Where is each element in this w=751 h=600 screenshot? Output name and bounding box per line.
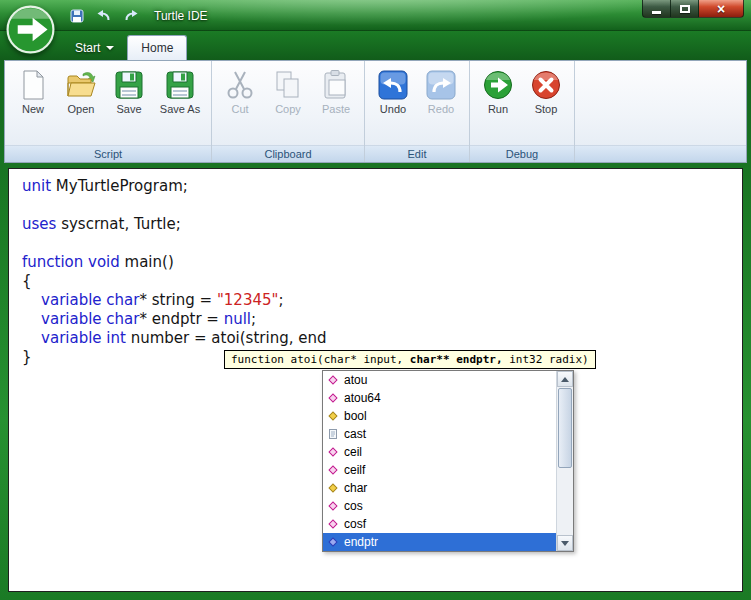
quick-undo-button[interactable] (95, 7, 113, 25)
titlebar: Turtle IDE × (0, 0, 751, 31)
autocomplete-item-ceil[interactable]: ceil (323, 443, 556, 461)
autocomplete-item-cos[interactable]: cos (323, 497, 556, 515)
group-label: Script (5, 145, 211, 162)
redo-icon (425, 69, 457, 101)
code-token-plain: ; (251, 310, 256, 328)
code-line: unit MyTurtleProgram; (22, 177, 742, 196)
button-label: Save As (154, 103, 206, 115)
autocomplete-list: atouatou64boolcastceilceilfcharcoscosfen… (323, 371, 556, 551)
new-button[interactable]: New (10, 66, 56, 117)
maximize-button[interactable] (671, 0, 699, 18)
code-token-keyword: variable char (41, 291, 139, 309)
group-label: Clipboard (212, 145, 364, 162)
redo-button: Redo (418, 66, 464, 117)
signature-tooltip: function atoi(char* input, char** endptr… (224, 350, 596, 369)
triangle-down-icon (561, 541, 569, 546)
autocomplete-item-ceilf[interactable]: ceilf (323, 461, 556, 479)
group-label (575, 145, 746, 162)
button-label: Copy (265, 103, 311, 115)
maximize-icon (680, 5, 690, 13)
app-arrow-icon (6, 5, 55, 54)
autocomplete-item-atou64[interactable]: atou64 (323, 389, 556, 407)
autocomplete-item-label: cos (344, 499, 363, 513)
autocomplete-item-cosf[interactable]: cosf (323, 515, 556, 533)
button-label: New (10, 103, 56, 115)
close-button[interactable]: × (699, 0, 744, 18)
code-token-plain: * string = (139, 291, 216, 309)
code-token-plain: } (22, 348, 32, 366)
app-menu-button[interactable] (6, 5, 55, 54)
function-pink-diamond-icon (327, 392, 339, 404)
copy-button: Copy (265, 66, 311, 117)
code-line: variable char* string = "12345"; (22, 291, 742, 310)
autocomplete-item-endptr[interactable]: endptr (323, 533, 556, 551)
save-as-button[interactable]: Save As (154, 66, 206, 117)
code-line (22, 196, 742, 215)
button-label: Run (475, 103, 521, 115)
autocomplete-item-cast[interactable]: cast (323, 425, 556, 443)
button-label: Cut (217, 103, 263, 115)
window-controls: × (642, 0, 744, 18)
save-button[interactable]: Save (106, 66, 152, 117)
run-icon (482, 69, 514, 101)
function-pink-diamond-icon (327, 446, 339, 458)
tab-start[interactable]: Start (62, 36, 127, 60)
ribbon-group-script: NewOpenSaveSave AsScript (5, 61, 212, 162)
run-button[interactable]: Run (475, 66, 521, 117)
function-pink-diamond-icon (327, 374, 339, 386)
paste-icon (320, 69, 352, 101)
group-label: Edit (365, 145, 469, 162)
open-folder-icon (65, 69, 97, 101)
autocomplete-scrollbar (556, 371, 573, 551)
autocomplete-item-atou[interactable]: atou (323, 371, 556, 389)
undo-icon (377, 69, 409, 101)
cut-icon (224, 69, 256, 101)
autocomplete-item-label: atou (344, 373, 367, 387)
tooltip-segment: char** endptr, (410, 353, 503, 366)
group-label: Debug (470, 145, 574, 162)
code-token-plain: number = atoi(string, end (126, 329, 327, 347)
code-token-keyword: function void (22, 253, 120, 271)
code-area[interactable]: unit MyTurtleProgram; uses syscrnat, Tur… (9, 169, 742, 367)
tab-home[interactable]: Home (127, 35, 187, 60)
code-token-keyword: uses (22, 215, 56, 233)
code-token-keyword: variable int (41, 329, 126, 347)
quick-redo-button[interactable] (122, 7, 140, 25)
quick-access-toolbar (68, 7, 140, 25)
triangle-up-icon (561, 377, 569, 382)
undo-small-icon (96, 8, 112, 24)
button-label: Open (58, 103, 104, 115)
type-yellow-diamond-icon (327, 482, 339, 494)
minimize-icon (652, 11, 661, 14)
stop-button[interactable]: Stop (523, 66, 569, 117)
minimize-button[interactable] (642, 0, 671, 18)
code-line: { (22, 272, 742, 291)
scrollbar-track[interactable] (557, 387, 573, 535)
code-token-keyword: null (224, 310, 251, 328)
scroll-up-button[interactable] (557, 371, 573, 387)
redo-small-icon (123, 8, 139, 24)
cut-button: Cut (217, 66, 263, 117)
quick-save-button[interactable] (68, 7, 86, 25)
ribbon-group-debug: RunStopDebug (470, 61, 575, 162)
new-file-icon (17, 69, 49, 101)
code-token-plain (22, 291, 41, 309)
tab-label: Home (141, 41, 173, 55)
code-line: variable char* endptr = null; (22, 310, 742, 329)
open-button[interactable]: Open (58, 66, 104, 117)
autocomplete-item-label: ceil (344, 445, 362, 459)
autocomplete-item-bool[interactable]: bool (323, 407, 556, 425)
scroll-down-button[interactable] (557, 535, 573, 551)
autocomplete-item-char[interactable]: char (323, 479, 556, 497)
code-line: function void main() (22, 253, 742, 272)
button-label: Undo (370, 103, 416, 115)
code-token-plain (22, 310, 41, 328)
undo-button[interactable]: Undo (370, 66, 416, 117)
scrollbar-thumb[interactable] (558, 388, 572, 468)
autocomplete-item-label: bool (344, 409, 367, 423)
autocomplete-item-label: ceilf (344, 463, 365, 477)
function-pink-diamond-icon (327, 518, 339, 530)
button-label: Redo (418, 103, 464, 115)
code-token-plain: ; (278, 291, 283, 309)
tab-label: Start (75, 41, 100, 55)
